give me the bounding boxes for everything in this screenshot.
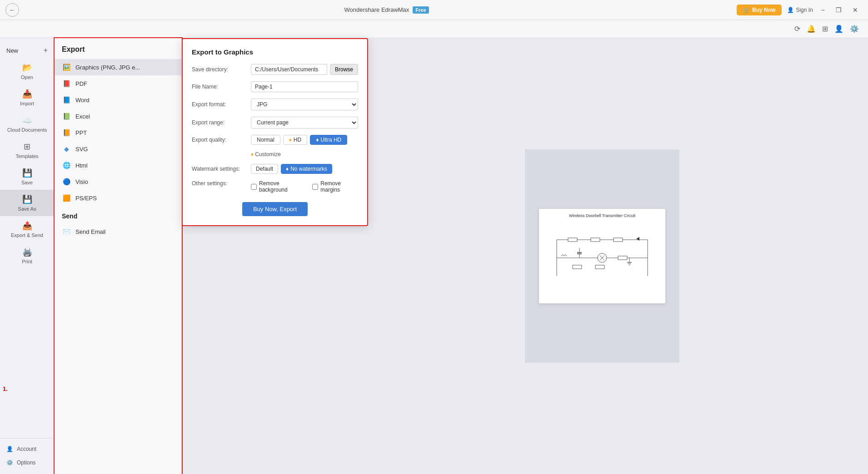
export-item-pseps[interactable]: 🟧 PS/EPS [55,190,181,206]
svg-icon: ◆ [62,144,71,153]
export-item-pdf[interactable]: 📕 PDF [55,75,181,92]
svg-rect-15 [573,265,582,269]
customize-link[interactable]: ♦ Customize [251,151,281,158]
export-item-ppt[interactable]: 📙 PPT [55,124,181,141]
export-quality-options: Normal ♦ HD ♦ Ultra HD [251,135,358,145]
browse-button[interactable]: Browse [330,64,358,75]
email-icon: ✉️ [62,227,71,236]
user-icon: 👤 [787,7,794,13]
sidebar-item-templates[interactable]: ⊞ Templates [0,137,54,163]
grid-icon[interactable]: ⊞ [822,25,828,33]
titlebar: ← Wondershare EdrawMax Free 🛒 Buy Now 👤 … [0,0,868,20]
preview-area: Wireless Doorbell Transmitter Circuit [336,38,868,474]
back-button[interactable]: ← [5,3,19,17]
buy-now-button[interactable]: 🛒 Buy Now [737,5,782,15]
cloud-icon: ☁️ [22,115,32,125]
maximize-button[interactable]: ❐ [833,5,844,15]
export-item-svg[interactable]: ◆ SVG [55,141,181,157]
watermark-options: Default ♦ No watermarks [251,164,358,174]
svg-rect-16 [595,265,604,269]
sidebar-item-export[interactable]: 📤 Export & Send [0,216,54,242]
graphics-icon: 🖼️ [62,63,71,72]
dialog-title: Export to Graphics [192,48,358,56]
quality-hd-button[interactable]: ♦ HD [283,135,307,145]
options-icon: ⚙️ [6,459,13,466]
settings-icon[interactable]: ⚙️ [850,25,859,33]
saveas-icon: 💾 [22,194,32,204]
remove-margins-checkbox[interactable]: Remove margins [312,180,358,193]
word-icon: 📘 [62,95,71,104]
export-item-html[interactable]: 🌐 Html [55,157,181,173]
minimize-button[interactable]: − [818,5,828,15]
export-format-control: JPG PNG BMP GIF TIFF [251,99,358,110]
remove-background-checkbox[interactable]: Remove background [251,180,305,193]
svg-rect-4 [568,238,577,242]
sidebar-item-save[interactable]: 💾 Save [0,163,54,190]
file-name-label: File Name: [192,84,251,90]
nowatermarks-diamond-icon: ♦ [286,166,289,172]
circuit-card: Wireless Doorbell Transmitter Circuit [539,208,666,304]
export-item-visio[interactable]: 🔵 Visio [55,173,181,190]
titlebar-center: Wondershare EdrawMax Free [36,6,737,14]
export-range-row: Export range: Current page All pages Sel… [192,117,358,128]
export-range-label: Export range: [192,119,251,126]
other-settings-row: Other settings: Remove background Remove… [192,180,358,193]
sidebar-item-account[interactable]: 👤 Account [0,442,54,456]
sidebar-item-cloud[interactable]: ☁️ Cloud Documents [0,111,54,137]
svg-marker-17 [636,237,639,241]
export-panel-title: Export [55,45,181,59]
sidebar-item-print[interactable]: 🖨️ Print [0,242,54,269]
export-dialog: Export to Graphics Save directory: Brows… [182,38,368,226]
export-range-control: Current page All pages Selected [251,117,358,128]
export-quality-row: Export quality: Normal ♦ HD ♦ Ultra HD [192,135,358,145]
open-icon: 📂 [22,63,32,73]
export-format-label: Export format: [192,101,251,108]
watermark-nowatermarks-button[interactable]: ♦ No watermarks [281,164,332,174]
refresh-icon[interactable]: ⟳ [794,25,800,33]
export-item-excel[interactable]: 📗 Excel [55,108,181,124]
export-format-select[interactable]: JPG PNG BMP GIF TIFF [251,99,358,110]
other-settings-checkboxes: Remove background Remove margins [251,180,358,193]
import-icon: 📥 [22,89,32,99]
buy-export-container: Buy Now, Export [192,202,358,216]
close-button[interactable]: ✕ [850,5,861,15]
user-circle-icon[interactable]: 👤 [834,25,843,33]
export-item-graphics[interactable]: 🖼️ Graphics (PNG, JPG e... [55,59,181,75]
remove-background-input[interactable] [251,184,257,190]
circuit-title: Wireless Doorbell Transmitter Circuit [569,213,635,218]
sidebar-item-options[interactable]: ⚙️ Options [0,456,54,469]
export-item-sendemail[interactable]: ✉️ Send Email [55,223,181,240]
quality-ultrahd-button[interactable]: ♦ Ultra HD [310,135,347,145]
sign-in-button[interactable]: 👤 Sign In [787,7,813,13]
print-icon: 🖨️ [22,247,32,257]
remove-margins-input[interactable] [312,184,318,190]
buy-export-button[interactable]: Buy Now, Export [242,202,308,216]
quality-normal-button[interactable]: Normal [251,135,280,145]
export-range-select[interactable]: Current page All pages Selected [251,117,358,128]
svg-rect-6 [614,238,623,242]
free-badge: Free [413,6,429,14]
visio-icon: 🔵 [62,177,71,186]
html-icon: 🌐 [62,161,71,170]
templates-icon: ⊞ [24,142,30,152]
export-item-word[interactable]: 📘 Word [55,92,181,108]
customize-row: ♦ Customize [251,151,358,158]
watermark-default-button[interactable]: Default [251,164,278,174]
sidebar-item-new[interactable]: New + [0,43,54,58]
plus-icon: + [44,46,48,54]
sidebar-item-open[interactable]: 📂 Open [0,58,54,84]
save-directory-input[interactable] [251,64,327,75]
customize-diamond-icon: ♦ [251,151,254,158]
file-name-input[interactable] [251,81,358,92]
titlebar-right: 🛒 Buy Now 👤 Sign In − ❐ ✕ [737,5,868,15]
export-quality-label: Export quality: [192,137,251,143]
save-icon: 💾 [22,168,32,178]
export-panel: Export 🖼️ Graphics (PNG, JPG e... 📕 PDF … [55,38,182,474]
watermark-label: Watermark settings: [192,166,251,172]
new-label: New [6,47,18,54]
sidebar-item-import[interactable]: 📥 Import [0,84,54,111]
watermark-row: Watermark settings: Default ♦ No waterma… [192,164,358,174]
bell-icon[interactable]: 🔔 [807,25,816,33]
sidebar-item-saveas[interactable]: 💾 Save As [0,190,54,216]
circuit-diagram [548,222,657,294]
